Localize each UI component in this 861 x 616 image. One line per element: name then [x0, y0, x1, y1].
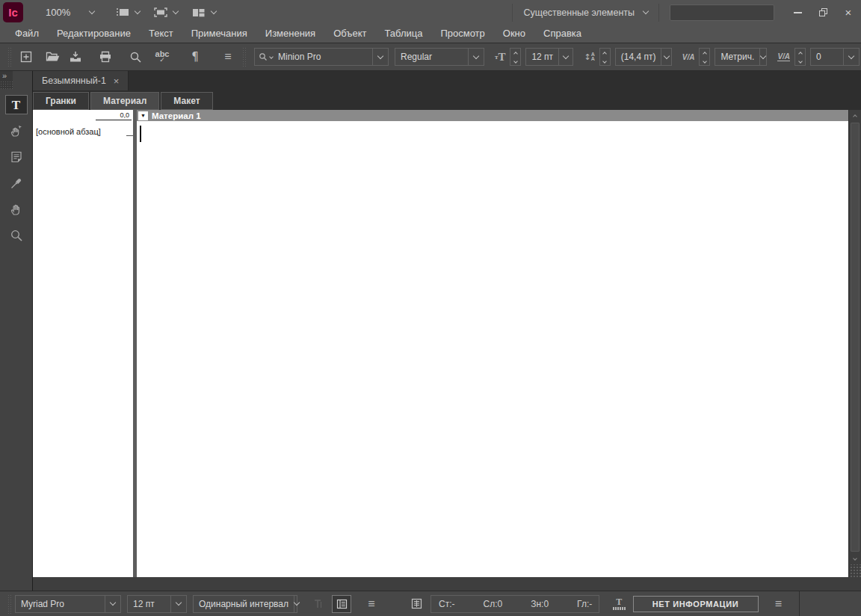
- workspace-switcher[interactable]: Существенные элементы: [512, 4, 659, 22]
- expand-panel-button[interactable]: »: [0, 72, 7, 80]
- search-input[interactable]: [670, 4, 774, 21]
- scrollbar-thumb[interactable]: [851, 123, 860, 552]
- type-tool-icon: T: [12, 99, 20, 111]
- font-family-select[interactable]: Minion Pro: [254, 48, 389, 66]
- hidden-characters-button[interactable]: ¶: [184, 46, 206, 67]
- statusbar-menu-button[interactable]: ≡: [362, 595, 381, 613]
- tab-galley[interactable]: Гранки: [33, 92, 89, 110]
- tracking-stepper[interactable]: [794, 48, 806, 66]
- toolbar-grip[interactable]: [242, 47, 247, 67]
- display-size-select[interactable]: 12 пт: [127, 595, 187, 613]
- view-options-dropdown[interactable]: [115, 7, 140, 18]
- close-icon: ×: [845, 7, 852, 18]
- info-column-icon: [336, 599, 348, 609]
- copyfit-menu-button[interactable]: ≡: [769, 595, 789, 613]
- font-family-dropdown[interactable]: [372, 49, 388, 65]
- leading-stepper[interactable]: [599, 48, 611, 66]
- scrollbar-track[interactable]: [849, 122, 861, 552]
- toolbar-grip[interactable]: [7, 47, 12, 67]
- paragraph-style-label[interactable]: [основной абзац]: [36, 127, 101, 136]
- restore-button[interactable]: [810, 0, 836, 25]
- line-spacing-value: Одинарный интервал: [194, 596, 294, 612]
- minimize-button[interactable]: [785, 0, 810, 25]
- scroll-up-button[interactable]: [849, 110, 861, 122]
- font-size-dropdown[interactable]: [558, 49, 573, 65]
- spellcheck-button[interactable]: abc ✓: [151, 46, 173, 67]
- stepper-up[interactable]: [700, 49, 709, 57]
- display-size-dropdown[interactable]: [170, 596, 186, 612]
- stepper-up[interactable]: [795, 49, 805, 57]
- copyfit-info-button[interactable]: НЕТ ИНФОРМАЦИИ: [633, 596, 759, 612]
- arrange-documents-dropdown[interactable]: [191, 7, 216, 18]
- menu-help[interactable]: Справка: [534, 25, 590, 43]
- stepper-down[interactable]: [795, 57, 805, 65]
- collapse-story-icon[interactable]: ▼: [138, 111, 148, 120]
- scroll-down-button[interactable]: [849, 552, 861, 564]
- frame-edges-dropdown[interactable]: [153, 7, 178, 18]
- menu-edit[interactable]: Редактирование: [48, 25, 140, 43]
- stepper-down[interactable]: [600, 57, 610, 65]
- font-style-dropdown[interactable]: [468, 49, 484, 65]
- stepper-down[interactable]: [700, 57, 709, 65]
- stepper-down[interactable]: [510, 57, 520, 65]
- resize-grip[interactable]: [849, 564, 861, 577]
- menu-notes[interactable]: Примечания: [182, 25, 256, 43]
- tab-story[interactable]: Материал: [90, 92, 159, 110]
- statusbar-grip[interactable]: [7, 594, 12, 614]
- font-style-value: Regular: [395, 49, 468, 65]
- leading-dropdown[interactable]: [661, 49, 670, 65]
- document-tab-bar: Безымянный-1 ×: [33, 71, 861, 90]
- menu-type[interactable]: Текст: [140, 25, 182, 43]
- font-family-value: Minion Pro: [273, 49, 372, 65]
- font-size-select[interactable]: 12 пт: [525, 48, 573, 66]
- vertical-scrollbar[interactable]: [848, 110, 861, 577]
- eyedropper-tool[interactable]: [5, 173, 28, 193]
- close-tab-icon[interactable]: ×: [114, 76, 120, 86]
- find-change-button[interactable]: [124, 46, 146, 67]
- menu-object[interactable]: Объект: [324, 25, 375, 43]
- display-font-dropdown[interactable]: [105, 596, 120, 612]
- tracking-select[interactable]: 0: [810, 48, 860, 66]
- type-tool[interactable]: T: [5, 95, 28, 114]
- tab-story-label: Материал: [103, 96, 146, 106]
- zoom-tool[interactable]: [5, 226, 28, 245]
- info-column-toggle-button[interactable]: [332, 595, 351, 613]
- menu-table[interactable]: Таблица: [375, 25, 431, 43]
- tracking-dropdown[interactable]: [843, 49, 859, 65]
- story-header[interactable]: ▼ Материал 1: [137, 110, 848, 121]
- text-stats-button[interactable]: [407, 595, 426, 613]
- story-text-area[interactable]: ▼ Материал 1: [137, 110, 848, 577]
- kerning-select[interactable]: Метрич.: [715, 48, 767, 66]
- menu-file[interactable]: Файл: [6, 25, 48, 43]
- kerning-icon: V/A: [682, 53, 695, 61]
- position-tool[interactable]: [5, 121, 28, 141]
- leading-select[interactable]: (14,4 пт): [615, 48, 672, 66]
- kerning-dropdown[interactable]: [759, 49, 766, 65]
- document-tab[interactable]: Безымянный-1 ×: [33, 71, 129, 90]
- line-spacing-select[interactable]: Одинарный интервал: [193, 595, 297, 613]
- font-style-select[interactable]: Regular: [395, 48, 484, 66]
- hand-tool[interactable]: [5, 200, 28, 219]
- menu-window[interactable]: Окно: [494, 25, 534, 43]
- font-size-stepper[interactable]: [510, 48, 521, 66]
- open-folder-icon: [46, 51, 61, 63]
- menu-view[interactable]: Просмотр: [431, 25, 493, 43]
- save-document-button[interactable]: [64, 46, 87, 67]
- tools-panel-grip[interactable]: [0, 81, 13, 89]
- close-button[interactable]: ×: [836, 0, 861, 25]
- line-spacing-dropdown[interactable]: [294, 596, 299, 612]
- zoom-level-dropdown[interactable]: 100%: [46, 7, 94, 18]
- tab-layout[interactable]: Макет: [161, 92, 212, 110]
- stepper-up[interactable]: [600, 49, 610, 57]
- new-document-button[interactable]: [15, 46, 37, 67]
- galley-text-size-button[interactable]: [308, 595, 327, 613]
- open-document-button[interactable]: [42, 46, 64, 67]
- display-font-select[interactable]: Myriad Pro: [15, 595, 121, 613]
- stat-depth: Гл:-: [577, 599, 592, 609]
- kerning-stepper[interactable]: [699, 48, 710, 66]
- print-button[interactable]: [94, 46, 117, 67]
- toolbar-menu-button[interactable]: ≡: [217, 46, 239, 67]
- note-tool[interactable]: [5, 147, 28, 167]
- menu-changes[interactable]: Изменения: [256, 25, 324, 43]
- stepper-up[interactable]: [510, 49, 520, 57]
